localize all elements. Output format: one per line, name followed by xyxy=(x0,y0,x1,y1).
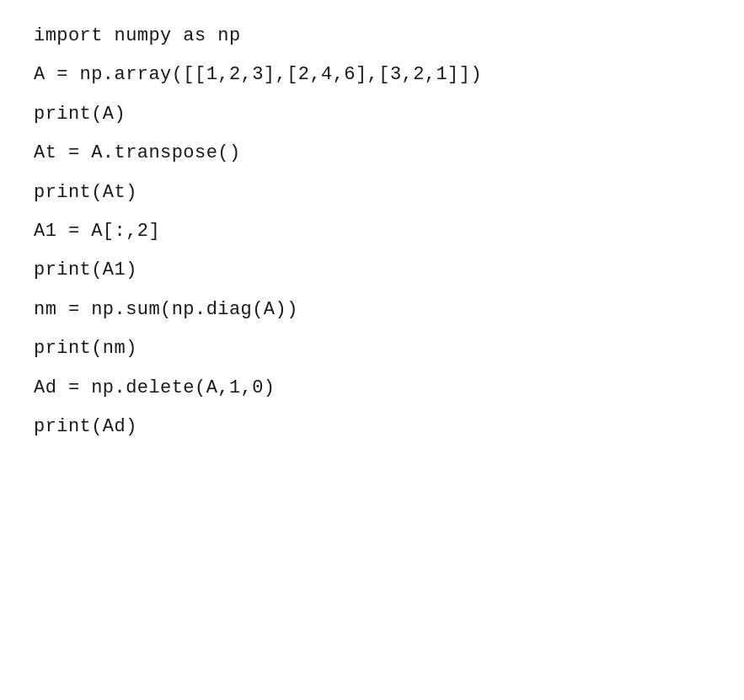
code-line-2: A = np.array([[1,2,3],[2,4,6],[3,2,1]]) xyxy=(34,64,710,86)
code-line-10: Ad = np.delete(A,1,0) xyxy=(34,377,710,399)
code-line-9: print(nm) xyxy=(34,338,710,360)
code-line-1: import numpy as np xyxy=(34,25,710,47)
code-line-4: At = A.transpose() xyxy=(34,142,710,164)
code-line-7: print(A1) xyxy=(34,259,710,281)
code-container: import numpy as npA = np.array([[1,2,3],… xyxy=(0,0,744,700)
code-line-6: A1 = A[:,2] xyxy=(34,221,710,243)
code-line-5: print(At) xyxy=(34,182,710,204)
code-line-11: print(Ad) xyxy=(34,416,710,438)
code-line-3: print(A) xyxy=(34,104,710,126)
code-line-8: nm = np.sum(np.diag(A)) xyxy=(34,299,710,321)
